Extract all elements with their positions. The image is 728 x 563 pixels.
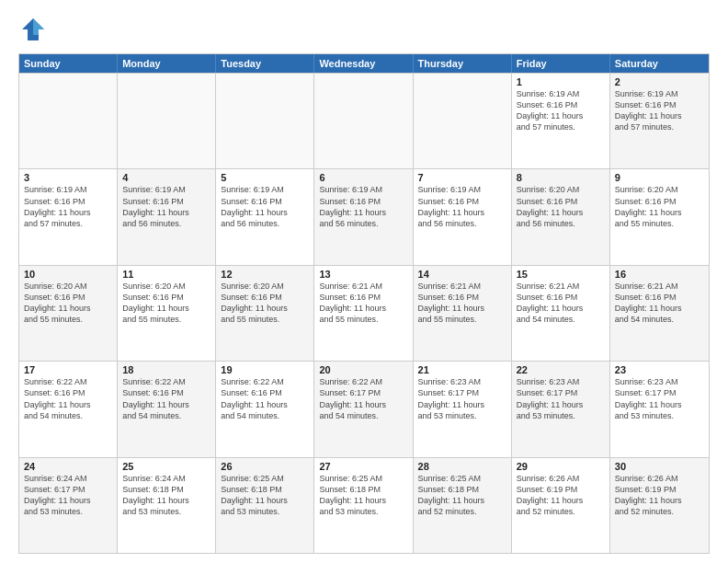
calendar-row-4: 24Sunrise: 6:24 AM Sunset: 6:17 PM Dayli… bbox=[19, 457, 709, 553]
day-cell-27: 27Sunrise: 6:25 AM Sunset: 6:18 PM Dayli… bbox=[314, 458, 413, 553]
day-info: Sunrise: 6:20 AM Sunset: 6:16 PM Dayligh… bbox=[24, 281, 112, 326]
day-info: Sunrise: 6:25 AM Sunset: 6:18 PM Dayligh… bbox=[319, 473, 407, 518]
day-cell-21: 21Sunrise: 6:23 AM Sunset: 6:17 PM Dayli… bbox=[414, 362, 512, 456]
day-info: Sunrise: 6:19 AM Sunset: 6:16 PM Dayligh… bbox=[615, 88, 704, 133]
day-cell-25: 25Sunrise: 6:24 AM Sunset: 6:18 PM Dayli… bbox=[118, 458, 216, 553]
day-number: 5 bbox=[221, 172, 309, 183]
header-cell-monday: Monday bbox=[118, 54, 216, 73]
day-info: Sunrise: 6:20 AM Sunset: 6:16 PM Dayligh… bbox=[221, 281, 309, 326]
day-number: 25 bbox=[122, 461, 210, 472]
day-info: Sunrise: 6:25 AM Sunset: 6:18 PM Dayligh… bbox=[221, 473, 309, 518]
day-info: Sunrise: 6:22 AM Sunset: 6:17 PM Dayligh… bbox=[319, 376, 407, 421]
day-number: 10 bbox=[24, 269, 112, 280]
day-cell-13: 13Sunrise: 6:21 AM Sunset: 6:16 PM Dayli… bbox=[314, 266, 413, 361]
day-cell-5: 5Sunrise: 6:19 AM Sunset: 6:16 PM Daylig… bbox=[216, 169, 314, 264]
day-info: Sunrise: 6:19 AM Sunset: 6:16 PM Dayligh… bbox=[122, 184, 210, 229]
empty-cell-0-4 bbox=[414, 74, 512, 168]
day-number: 22 bbox=[517, 364, 605, 375]
day-info: Sunrise: 6:24 AM Sunset: 6:18 PM Dayligh… bbox=[122, 473, 210, 518]
header bbox=[18, 15, 710, 44]
calendar-row-0: 1Sunrise: 6:19 AM Sunset: 6:16 PM Daylig… bbox=[19, 73, 709, 168]
day-cell-19: 19Sunrise: 6:22 AM Sunset: 6:16 PM Dayli… bbox=[216, 362, 314, 456]
day-number: 21 bbox=[418, 364, 506, 375]
empty-cell-0-0 bbox=[19, 74, 118, 168]
empty-cell-0-3 bbox=[314, 74, 413, 168]
day-number: 12 bbox=[221, 269, 309, 280]
day-number: 4 bbox=[122, 172, 210, 183]
day-number: 13 bbox=[319, 269, 407, 280]
day-cell-3: 3Sunrise: 6:19 AM Sunset: 6:16 PM Daylig… bbox=[19, 169, 118, 264]
day-number: 7 bbox=[418, 172, 506, 183]
day-cell-23: 23Sunrise: 6:23 AM Sunset: 6:17 PM Dayli… bbox=[610, 362, 709, 456]
day-number: 6 bbox=[319, 172, 407, 183]
day-info: Sunrise: 6:19 AM Sunset: 6:16 PM Dayligh… bbox=[24, 184, 112, 229]
day-cell-2: 2Sunrise: 6:19 AM Sunset: 6:16 PM Daylig… bbox=[610, 74, 709, 168]
day-number: 14 bbox=[418, 269, 506, 280]
day-info: Sunrise: 6:21 AM Sunset: 6:16 PM Dayligh… bbox=[319, 281, 407, 326]
day-info: Sunrise: 6:26 AM Sunset: 6:19 PM Dayligh… bbox=[517, 473, 605, 518]
day-number: 9 bbox=[615, 172, 704, 183]
day-cell-15: 15Sunrise: 6:21 AM Sunset: 6:16 PM Dayli… bbox=[512, 266, 610, 361]
day-info: Sunrise: 6:20 AM Sunset: 6:16 PM Dayligh… bbox=[517, 184, 605, 229]
day-info: Sunrise: 6:25 AM Sunset: 6:18 PM Dayligh… bbox=[418, 473, 506, 518]
day-info: Sunrise: 6:20 AM Sunset: 6:16 PM Dayligh… bbox=[122, 281, 210, 326]
day-cell-12: 12Sunrise: 6:20 AM Sunset: 6:16 PM Dayli… bbox=[216, 266, 314, 361]
day-info: Sunrise: 6:19 AM Sunset: 6:16 PM Dayligh… bbox=[517, 88, 605, 133]
day-number: 30 bbox=[615, 461, 704, 472]
empty-cell-0-2 bbox=[216, 74, 314, 168]
day-cell-10: 10Sunrise: 6:20 AM Sunset: 6:16 PM Dayli… bbox=[19, 266, 118, 361]
day-cell-24: 24Sunrise: 6:24 AM Sunset: 6:17 PM Dayli… bbox=[19, 458, 118, 553]
calendar-row-2: 10Sunrise: 6:20 AM Sunset: 6:16 PM Dayli… bbox=[19, 265, 709, 361]
day-info: Sunrise: 6:23 AM Sunset: 6:17 PM Dayligh… bbox=[615, 376, 704, 421]
calendar-row-3: 17Sunrise: 6:22 AM Sunset: 6:16 PM Dayli… bbox=[19, 361, 709, 456]
day-cell-28: 28Sunrise: 6:25 AM Sunset: 6:18 PM Dayli… bbox=[414, 458, 512, 553]
day-cell-29: 29Sunrise: 6:26 AM Sunset: 6:19 PM Dayli… bbox=[512, 458, 610, 553]
day-cell-7: 7Sunrise: 6:19 AM Sunset: 6:16 PM Daylig… bbox=[414, 169, 512, 264]
day-cell-17: 17Sunrise: 6:22 AM Sunset: 6:16 PM Dayli… bbox=[19, 362, 118, 456]
day-cell-22: 22Sunrise: 6:23 AM Sunset: 6:17 PM Dayli… bbox=[512, 362, 610, 456]
calendar-row-1: 3Sunrise: 6:19 AM Sunset: 6:16 PM Daylig… bbox=[19, 168, 709, 264]
day-number: 1 bbox=[517, 76, 605, 87]
day-info: Sunrise: 6:19 AM Sunset: 6:16 PM Dayligh… bbox=[221, 184, 309, 229]
logo bbox=[18, 15, 51, 44]
day-info: Sunrise: 6:19 AM Sunset: 6:16 PM Dayligh… bbox=[418, 184, 506, 229]
day-info: Sunrise: 6:23 AM Sunset: 6:17 PM Dayligh… bbox=[517, 376, 605, 421]
header-cell-friday: Friday bbox=[512, 54, 610, 73]
page: SundayMondayTuesdayWednesdayThursdayFrid… bbox=[0, 0, 728, 563]
day-cell-6: 6Sunrise: 6:19 AM Sunset: 6:16 PM Daylig… bbox=[314, 169, 413, 264]
calendar-body: 1Sunrise: 6:19 AM Sunset: 6:16 PM Daylig… bbox=[19, 73, 709, 553]
header-cell-thursday: Thursday bbox=[414, 54, 512, 73]
logo-icon bbox=[18, 15, 48, 44]
header-cell-sunday: Sunday bbox=[19, 54, 118, 73]
header-cell-saturday: Saturday bbox=[610, 54, 709, 73]
header-cell-tuesday: Tuesday bbox=[216, 54, 314, 73]
day-number: 28 bbox=[418, 461, 506, 472]
day-number: 24 bbox=[24, 461, 112, 472]
empty-cell-0-1 bbox=[118, 74, 216, 168]
day-info: Sunrise: 6:21 AM Sunset: 6:16 PM Dayligh… bbox=[418, 281, 506, 326]
day-cell-9: 9Sunrise: 6:20 AM Sunset: 6:16 PM Daylig… bbox=[610, 169, 709, 264]
day-info: Sunrise: 6:26 AM Sunset: 6:19 PM Dayligh… bbox=[615, 473, 704, 518]
day-number: 23 bbox=[615, 364, 704, 375]
day-info: Sunrise: 6:22 AM Sunset: 6:16 PM Dayligh… bbox=[122, 376, 210, 421]
day-number: 2 bbox=[615, 76, 704, 87]
day-number: 27 bbox=[319, 461, 407, 472]
day-number: 16 bbox=[615, 269, 704, 280]
day-info: Sunrise: 6:19 AM Sunset: 6:16 PM Dayligh… bbox=[319, 184, 407, 229]
day-number: 3 bbox=[24, 172, 112, 183]
day-cell-4: 4Sunrise: 6:19 AM Sunset: 6:16 PM Daylig… bbox=[118, 169, 216, 264]
day-number: 19 bbox=[221, 364, 309, 375]
day-number: 18 bbox=[122, 364, 210, 375]
svg-marker-1 bbox=[33, 18, 44, 35]
day-info: Sunrise: 6:22 AM Sunset: 6:16 PM Dayligh… bbox=[221, 376, 309, 421]
day-number: 11 bbox=[122, 269, 210, 280]
day-cell-11: 11Sunrise: 6:20 AM Sunset: 6:16 PM Dayli… bbox=[118, 266, 216, 361]
day-number: 20 bbox=[319, 364, 407, 375]
day-number: 15 bbox=[517, 269, 605, 280]
day-info: Sunrise: 6:21 AM Sunset: 6:16 PM Dayligh… bbox=[615, 281, 704, 326]
day-cell-16: 16Sunrise: 6:21 AM Sunset: 6:16 PM Dayli… bbox=[610, 266, 709, 361]
day-info: Sunrise: 6:24 AM Sunset: 6:17 PM Dayligh… bbox=[24, 473, 112, 518]
day-number: 26 bbox=[221, 461, 309, 472]
day-info: Sunrise: 6:22 AM Sunset: 6:16 PM Dayligh… bbox=[24, 376, 112, 421]
day-cell-14: 14Sunrise: 6:21 AM Sunset: 6:16 PM Dayli… bbox=[414, 266, 512, 361]
